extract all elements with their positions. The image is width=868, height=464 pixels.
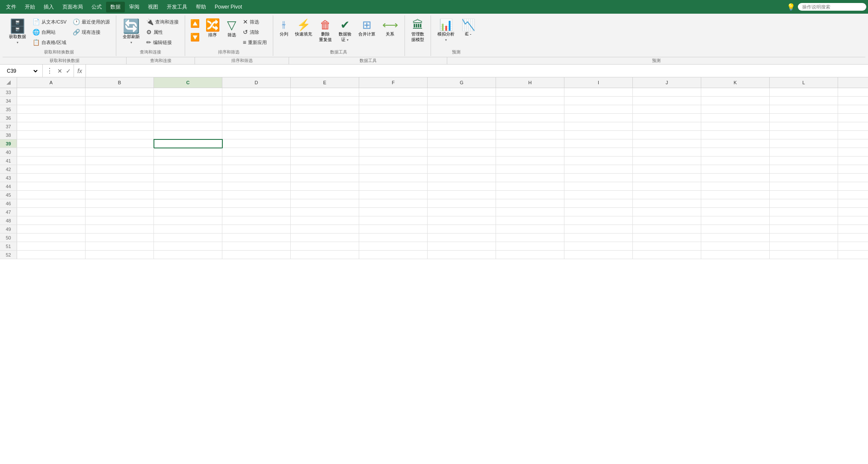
list-item[interactable]	[222, 242, 291, 251]
list-item[interactable]	[222, 139, 291, 148]
list-item[interactable]	[17, 216, 86, 225]
list-item[interactable]	[222, 88, 291, 97]
list-item[interactable]	[633, 251, 701, 259]
row-number-51[interactable]: 51	[0, 242, 17, 250]
row-number-34[interactable]: 34	[0, 97, 17, 105]
list-item[interactable]	[86, 208, 154, 216]
list-item[interactable]	[770, 233, 838, 242]
list-item[interactable]	[359, 97, 428, 105]
row-number-39[interactable]: 39	[0, 139, 17, 148]
recent-source-button[interactable]: 🕐 最近使用的源	[70, 17, 112, 27]
list-item[interactable]	[291, 105, 359, 114]
list-item[interactable]	[17, 97, 86, 105]
cancel-formula-button[interactable]: ✕	[56, 67, 63, 75]
list-item[interactable]	[17, 165, 86, 174]
list-item[interactable]	[86, 216, 154, 225]
sort-button[interactable]: 🔀 排序	[202, 17, 223, 40]
list-item[interactable]	[17, 182, 86, 191]
list-item[interactable]	[291, 191, 359, 199]
list-item[interactable]	[428, 199, 496, 208]
list-item[interactable]	[564, 139, 633, 148]
menu-insert[interactable]: 插入	[39, 2, 58, 12]
list-item[interactable]	[428, 233, 496, 242]
list-item[interactable]	[17, 199, 86, 208]
list-item[interactable]	[86, 174, 154, 182]
list-item[interactable]	[701, 105, 770, 114]
more-options-button[interactable]: ⋮	[44, 66, 55, 76]
list-item[interactable]	[86, 165, 154, 174]
list-item[interactable]	[633, 225, 701, 233]
list-item[interactable]	[770, 191, 838, 199]
row-number-42[interactable]: 42	[0, 165, 17, 173]
list-item[interactable]	[701, 216, 770, 225]
list-item[interactable]	[701, 191, 770, 199]
list-item[interactable]	[222, 182, 291, 191]
formula-input[interactable]	[86, 68, 868, 74]
list-item[interactable]	[428, 114, 496, 122]
list-item[interactable]	[154, 97, 222, 105]
list-item[interactable]	[359, 88, 428, 97]
list-item[interactable]	[428, 139, 496, 148]
list-item[interactable]	[496, 88, 564, 97]
query-conn-button[interactable]: 🔌 查询和连接	[144, 17, 181, 27]
list-item[interactable]	[496, 122, 564, 131]
list-item[interactable]	[17, 174, 86, 182]
list-item[interactable]	[17, 139, 86, 148]
select-all-button[interactable]	[0, 77, 17, 88]
list-item[interactable]	[770, 97, 838, 105]
list-item[interactable]	[154, 174, 222, 182]
list-item[interactable]	[154, 225, 222, 233]
menu-formula[interactable]: 公式	[87, 2, 106, 12]
list-item[interactable]	[633, 105, 701, 114]
col-header-g[interactable]: G	[428, 77, 496, 88]
list-item[interactable]	[496, 216, 564, 225]
list-item[interactable]	[86, 242, 154, 251]
list-item[interactable]	[428, 88, 496, 97]
list-item[interactable]	[291, 148, 359, 157]
list-item[interactable]	[17, 191, 86, 199]
list-item[interactable]	[359, 251, 428, 259]
list-item[interactable]	[496, 131, 564, 139]
list-item[interactable]	[359, 233, 428, 242]
list-item[interactable]	[359, 165, 428, 174]
list-item[interactable]	[633, 122, 701, 131]
list-item[interactable]	[359, 199, 428, 208]
list-item[interactable]	[770, 165, 838, 174]
list-item[interactable]	[564, 208, 633, 216]
menu-developer[interactable]: 开发工具	[162, 2, 192, 12]
list-item[interactable]	[770, 182, 838, 191]
row-number-35[interactable]: 35	[0, 105, 17, 113]
list-item[interactable]	[770, 131, 838, 139]
list-item[interactable]	[154, 122, 222, 131]
list-item[interactable]	[86, 225, 154, 233]
list-item[interactable]	[496, 225, 564, 233]
list-item[interactable]	[291, 182, 359, 191]
properties-button[interactable]: ⚙ 属性	[144, 27, 181, 37]
forecast-button[interactable]: 📉 iE -	[458, 17, 478, 39]
col-header-d[interactable]: D	[222, 77, 291, 88]
list-item[interactable]	[291, 216, 359, 225]
list-item[interactable]	[428, 131, 496, 139]
list-item[interactable]	[222, 97, 291, 105]
row-number-43[interactable]: 43	[0, 174, 17, 182]
list-item[interactable]	[222, 216, 291, 225]
row-number-45[interactable]: 45	[0, 191, 17, 199]
list-item[interactable]	[291, 114, 359, 122]
menu-help[interactable]: 帮助	[192, 2, 210, 12]
refresh-all-button[interactable]: 🔄 全部刷新▾	[120, 17, 143, 47]
list-item[interactable]	[633, 182, 701, 191]
list-item[interactable]	[291, 208, 359, 216]
list-item[interactable]	[701, 233, 770, 242]
list-item[interactable]	[222, 233, 291, 242]
list-item[interactable]	[359, 114, 428, 122]
list-item[interactable]	[701, 131, 770, 139]
list-item[interactable]	[496, 105, 564, 114]
consolidate-button[interactable]: ⊞ 合并计算	[355, 17, 378, 39]
list-item[interactable]	[633, 199, 701, 208]
list-item[interactable]	[222, 131, 291, 139]
list-item[interactable]	[701, 139, 770, 148]
list-item[interactable]	[770, 251, 838, 259]
list-item[interactable]	[154, 165, 222, 174]
list-item[interactable]	[701, 174, 770, 182]
list-item[interactable]	[359, 157, 428, 165]
